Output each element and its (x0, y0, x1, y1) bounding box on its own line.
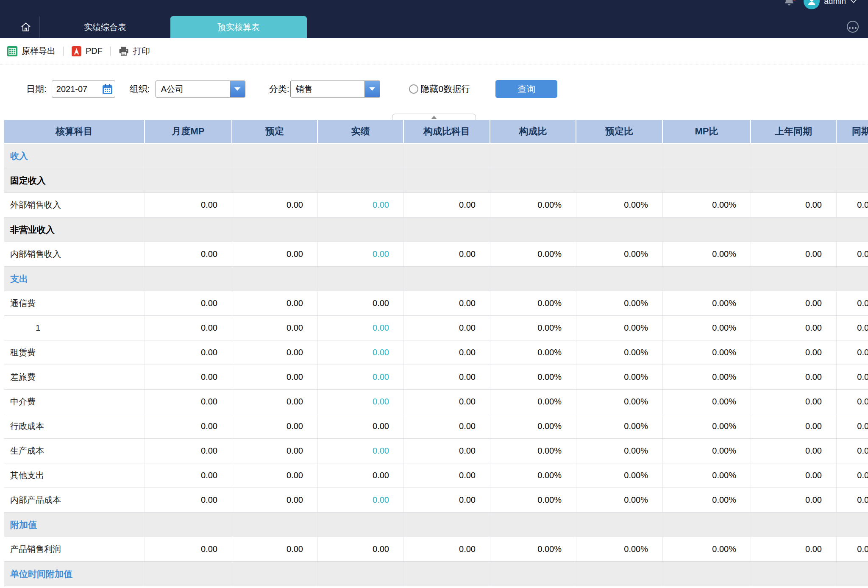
pdf-button[interactable]: PDF (71, 46, 103, 57)
value-cell: 0.00% (576, 390, 663, 414)
value-cell: 0.00% (663, 488, 751, 512)
row-label: 通信费 (4, 291, 145, 315)
value-cell (576, 513, 663, 537)
value-cell (663, 217, 751, 242)
caret-up-icon (431, 116, 437, 119)
value-cell: 0.00 (232, 365, 318, 389)
value-cell: 0.00% (490, 537, 576, 561)
value-cell: 0.00% (490, 365, 576, 389)
actual-value-link[interactable]: 0.00 (318, 365, 404, 389)
section-row: 非营业收入 (4, 217, 868, 242)
date-label: 日期: (26, 83, 47, 95)
value-cell: 0.00 (404, 242, 490, 266)
value-cell: 0.00% (663, 537, 751, 561)
value-cell: 0.00 (232, 537, 318, 561)
dropdown-arrow-button[interactable] (230, 81, 245, 97)
actual-value-link[interactable]: 0.00 (318, 242, 404, 266)
category-dropdown[interactable]: 销售 (290, 81, 380, 98)
table-row: 通信费0.000.000.000.000.00%0.00%0.00%0.000.… (4, 291, 868, 316)
section-row: 收入 (4, 144, 868, 168)
value-cell: 0.00% (576, 439, 663, 463)
value-cell: 0.00 (232, 340, 318, 365)
print-button[interactable]: 打印 (118, 45, 150, 57)
section-label[interactable]: 附加值 (4, 513, 145, 537)
home-tab[interactable] (12, 16, 40, 38)
value-cell: 0.00% (576, 193, 663, 217)
value-cell: 0.00 (404, 463, 490, 488)
pdf-label: PDF (86, 46, 103, 56)
value-cell (490, 267, 576, 291)
value-cell (232, 144, 318, 168)
value-cell: 0.00% (490, 242, 576, 266)
section-row: 附加值 (4, 513, 868, 537)
value-cell (145, 562, 232, 586)
excel-export-icon (7, 46, 18, 57)
more-button[interactable] (847, 21, 859, 33)
actual-value-link[interactable]: 0.00 (318, 316, 404, 340)
value-cell (318, 267, 404, 291)
date-value: 2021-07 (56, 84, 87, 94)
bell-icon (783, 0, 795, 7)
value-cell: 0.00 (232, 316, 318, 340)
notifications-button[interactable] (783, 0, 796, 8)
value-cell: 0.00% (663, 340, 751, 365)
value-cell (837, 267, 868, 291)
ellipsis-icon (849, 23, 857, 31)
value-cell: 0.00 (404, 488, 490, 512)
value-cell: 0.00% (576, 463, 663, 488)
value-cell (837, 144, 868, 168)
dropdown-arrow-button[interactable] (364, 81, 380, 97)
hide-zero-radio[interactable] (409, 84, 418, 94)
actual-value-link[interactable]: 0.00 (318, 340, 404, 365)
value-cell (232, 168, 318, 192)
value-cell: 0.00% (490, 439, 576, 463)
section-label[interactable]: 支出 (4, 267, 145, 291)
category-label: 分类: (269, 83, 289, 95)
section-label[interactable]: 收入 (4, 144, 145, 168)
value-cell: 0.00% (490, 340, 576, 365)
export-original-button[interactable]: 原样导出 (7, 45, 56, 57)
value-cell (404, 217, 490, 242)
value-cell: 0.00 (232, 463, 318, 488)
row-label: 租赁费 (4, 340, 145, 365)
org-dropdown[interactable]: A公司 (156, 81, 245, 98)
value-cell (751, 217, 837, 242)
value-cell (576, 168, 663, 192)
value-cell (318, 513, 404, 537)
actual-value-link[interactable]: 0.00 (318, 193, 404, 217)
column-header: 预定比 (576, 120, 663, 143)
section-label[interactable]: 单位时间附加值 (4, 562, 145, 586)
calendar-icon[interactable] (102, 84, 113, 95)
date-input[interactable]: 2021-07 (52, 81, 115, 98)
print-label: 打印 (133, 45, 150, 57)
actual-value-link[interactable]: 0.00 (318, 439, 404, 463)
value-cell: 0.00% (576, 316, 663, 340)
value-cell: 0.00 (145, 463, 232, 488)
column-header: 预定 (232, 120, 318, 143)
value-cell: 0.00 (751, 463, 837, 488)
value-cell (232, 562, 318, 586)
query-button[interactable]: 查询 (495, 80, 557, 98)
actual-value-link[interactable]: 0.00 (318, 390, 404, 414)
collapse-panel-handle[interactable] (392, 114, 476, 120)
tab-bar: 实绩综合表 预实核算表 (0, 16, 868, 38)
column-header: MP比 (663, 120, 751, 143)
value-cell (145, 267, 232, 291)
tab-budget-actual[interactable]: 预实核算表 (170, 16, 307, 38)
user-menu[interactable]: admin (804, 0, 857, 9)
value-cell: 0.00 (751, 193, 837, 217)
value-cell (490, 144, 576, 168)
value-cell (318, 217, 404, 242)
actual-value-link[interactable]: 0.00 (318, 488, 404, 512)
row-label: 生产成本 (4, 439, 145, 463)
value-cell: 0.00% (490, 193, 576, 217)
value-cell (404, 562, 490, 586)
tab-performance-summary[interactable]: 实绩综合表 (40, 16, 170, 38)
toolbar: 原样导出 PDF 打印 (0, 38, 868, 64)
value-cell (318, 562, 404, 586)
row-label: 外部销售收入 (4, 193, 145, 217)
value-cell: 0.00% (837, 463, 868, 488)
value-cell: 0.00 (145, 390, 232, 414)
toolbar-divider (110, 47, 111, 56)
row-label: 其他支出 (4, 463, 145, 488)
